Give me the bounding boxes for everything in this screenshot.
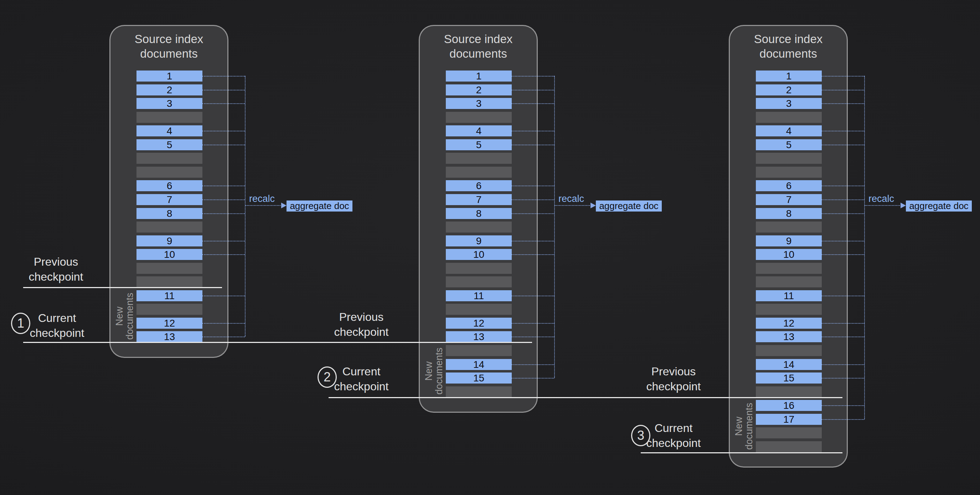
panel-title: Source index documents [126,32,212,61]
placeholder-row [446,304,512,315]
row-connector-line [202,213,245,214]
panel-title: Source index documents [436,32,521,61]
row-connector-line [512,364,554,365]
placeholder-row [756,386,822,397]
document-row: 11 [137,290,202,301]
document-row: 3 [137,98,202,109]
row-connector-line [202,90,245,90]
document-row: 3 [446,98,512,109]
row-connector-line [822,213,864,214]
row-connector-line [822,254,864,255]
row-connector-line [512,90,554,90]
document-row: 7 [446,194,512,205]
placeholder-row [756,222,822,233]
placeholder-row [137,263,202,274]
row-connector-line [202,144,245,145]
row-connector-line [202,103,245,104]
document-row: 12 [446,318,512,329]
document-row: 9 [756,235,822,246]
document-row: 5 [756,139,822,150]
document-row: 12 [756,318,822,329]
recalc-label: recalc [249,194,275,205]
recalc-arrowhead [590,203,596,208]
checkpoint-line-previous-1 [23,287,222,288]
row-connector-line [512,254,554,255]
document-row: 5 [137,139,202,150]
placeholder-row [446,153,512,164]
document-row: 6 [756,180,822,191]
document-row: 9 [446,235,512,246]
document-row: 4 [137,125,202,136]
row-connector-line [512,378,554,379]
row-connector-line [202,200,245,200]
placeholder-row [756,167,822,178]
aggregate-doc-box: aggregate doc [596,200,662,211]
document-row: 17 [756,414,822,425]
recalc-arrow-line [555,205,591,206]
row-connector-line [512,295,554,296]
document-row: 4 [756,125,822,136]
row-connector-line [822,76,864,76]
placeholder-row [137,276,202,287]
new-documents-label: New documents [424,344,444,398]
recalc-arrow-line [865,205,901,206]
row-connector-line [512,186,554,186]
row-connector-line [822,419,864,420]
aggregate-doc-box: aggregate doc [286,200,352,211]
source-index-panel-3: Source index documents123456789101112131… [729,25,848,468]
row-connector-line [202,186,245,186]
row-connector-line [202,323,245,324]
placeholder-row [446,167,512,178]
document-row: 6 [446,180,512,191]
row-connector-line [512,213,554,214]
row-connector-line [202,254,245,255]
placeholder-row [756,441,822,452]
document-row: 16 [756,400,822,411]
row-connector-line [512,200,554,200]
placeholder-row [756,276,822,287]
row-connector-line [822,364,864,365]
document-row: 12 [137,318,202,329]
row-connector-line [822,90,864,90]
document-row: 2 [446,84,512,95]
row-connector-line [202,131,245,132]
placeholder-row [446,386,512,397]
placeholder-row [756,112,822,123]
document-row: 10 [446,249,512,260]
document-row: 7 [756,194,822,205]
row-connector-line [822,186,864,186]
checkpoint-badge-2: 2 [318,366,337,388]
document-row: 1 [137,70,202,82]
document-row: 10 [137,249,202,260]
document-row: 13 [446,331,512,342]
checkpoint-line-current-2-previous-3 [329,397,842,398]
placeholder-row [446,112,512,123]
placeholder-row [756,304,822,315]
source-index-panel-1: Source index documents12345678910111213N… [110,25,228,358]
checkpoint-badge-3: 3 [631,425,651,446]
row-connector-line [822,295,864,296]
document-row: 8 [446,208,512,219]
collector-vline [554,76,555,378]
recalc-arrowhead [281,203,286,208]
new-documents-label: New documents [734,400,754,453]
row-connector-line [822,144,864,145]
row-connector-line [202,336,245,337]
recalc-label: recalc [558,194,584,205]
checkpoint-line-current-3 [641,452,842,453]
document-row: 11 [446,290,512,301]
placeholder-row [137,222,202,233]
placeholder-row [137,153,202,164]
document-row: 4 [446,125,512,136]
row-connector-line [822,241,864,241]
placeholder-row [446,345,512,356]
row-connector-line [822,378,864,379]
placeholder-row [756,345,822,356]
recalc-arrowhead [900,203,906,208]
row-connector-line [822,405,864,406]
row-connector-line [822,131,864,132]
document-row: 11 [756,290,822,301]
document-row: 6 [137,180,202,191]
document-row: 5 [446,139,512,150]
document-row: 14 [446,359,512,370]
